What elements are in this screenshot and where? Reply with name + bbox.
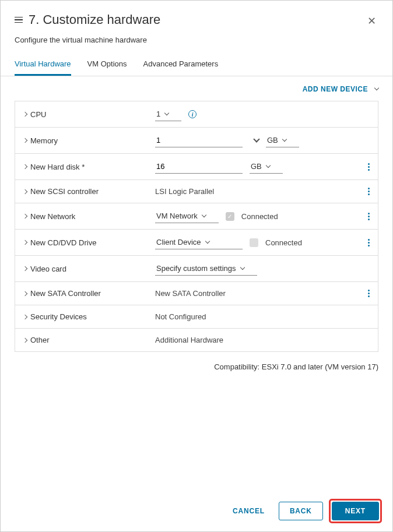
- expand-hard-disk[interactable]: New Hard disk *: [21, 163, 155, 171]
- back-button[interactable]: BACK: [279, 502, 323, 520]
- scsi-value: LSI Logic Parallel: [155, 187, 214, 196]
- chevron-down-icon: [202, 212, 206, 217]
- sata-actions-icon[interactable]: [368, 290, 372, 297]
- memory-unit-select[interactable]: GB: [266, 133, 299, 147]
- memory-input[interactable]: [155, 133, 243, 147]
- close-icon[interactable]: ✕: [365, 12, 378, 30]
- row-sata: New SATA Controller New SATA Controller: [15, 282, 378, 305]
- chevron-right-icon: [23, 240, 27, 245]
- scsi-actions-icon[interactable]: [368, 188, 372, 195]
- row-memory: Memory GB: [15, 128, 378, 154]
- row-network: New Network VM Network ✓ Connected: [15, 203, 378, 230]
- chevron-down-icon: [164, 110, 169, 115]
- row-other: Other Additional Hardware: [15, 329, 378, 352]
- chevron-down-icon: [240, 265, 244, 269]
- cddvd-select[interactable]: Client Device: [155, 235, 243, 249]
- chevron-right-icon: [23, 112, 27, 117]
- video-select[interactable]: Specify custom settings: [155, 262, 257, 276]
- chevron-down-icon: [282, 136, 287, 141]
- page-title: 7. Customize hardware: [29, 12, 160, 27]
- expand-memory[interactable]: Memory: [21, 136, 155, 145]
- hard-disk-actions-icon[interactable]: [368, 163, 372, 171]
- hardware-table: CPU 1 i Memory GB New Hard disk * GB New…: [15, 101, 378, 352]
- other-value: Additional Hardware: [155, 336, 223, 344]
- chevron-right-icon: [23, 337, 27, 342]
- network-actions-icon[interactable]: [368, 213, 372, 220]
- network-connected-label: Connected: [241, 212, 278, 221]
- cddvd-connected-checkbox[interactable]: [250, 238, 258, 247]
- row-hard-disk: New Hard disk * GB: [15, 154, 378, 180]
- menu-icon[interactable]: [15, 17, 23, 23]
- chevron-right-icon: [23, 189, 27, 193]
- next-button[interactable]: NEXT: [332, 502, 379, 520]
- footer: CANCEL BACK NEXT: [1, 491, 392, 531]
- chevron-right-icon: [23, 266, 27, 271]
- row-cpu: CPU 1 i: [15, 101, 378, 128]
- tabs: Virtual Hardware VM Options Advanced Par…: [1, 54, 392, 76]
- expand-cpu[interactable]: CPU: [21, 110, 155, 119]
- hard-disk-unit-select[interactable]: GB: [250, 160, 283, 174]
- tab-advanced-parameters[interactable]: Advanced Parameters: [143, 54, 219, 76]
- info-icon[interactable]: i: [188, 110, 196, 118]
- security-value: Not Configured: [155, 312, 206, 321]
- expand-other[interactable]: Other: [21, 336, 155, 344]
- chevron-down-icon[interactable]: [253, 136, 259, 142]
- expand-network[interactable]: New Network: [21, 212, 155, 221]
- cancel-button[interactable]: CANCEL: [224, 502, 273, 520]
- network-select[interactable]: VM Network: [155, 209, 219, 223]
- chevron-right-icon: [23, 291, 27, 295]
- expand-security[interactable]: Security Devices: [21, 312, 155, 321]
- tab-virtual-hardware[interactable]: Virtual Hardware: [15, 54, 71, 76]
- chevron-down-icon: [374, 86, 379, 90]
- expand-cddvd[interactable]: New CD/DVD Drive: [21, 238, 155, 247]
- expand-video[interactable]: Video card: [21, 265, 155, 273]
- chevron-down-icon: [266, 163, 271, 167]
- chevron-right-icon: [23, 164, 27, 169]
- tab-vm-options[interactable]: VM Options: [87, 54, 127, 76]
- hard-disk-input[interactable]: [155, 160, 243, 174]
- chevron-right-icon: [23, 214, 27, 219]
- row-scsi: New SCSI controller LSI Logic Parallel: [15, 180, 378, 203]
- row-security: Security Devices Not Configured: [15, 305, 378, 329]
- cddvd-actions-icon[interactable]: [368, 239, 372, 246]
- compatibility-text: Compatibility: ESXi 7.0 and later (VM ve…: [1, 352, 392, 382]
- add-new-device-label: ADD NEW DEVICE: [303, 85, 368, 93]
- chevron-right-icon: [23, 138, 27, 143]
- row-cddvd: New CD/DVD Drive Client Device Connected: [15, 230, 378, 256]
- cddvd-connected-label: Connected: [265, 238, 302, 247]
- next-highlight: NEXT: [329, 499, 382, 523]
- cpu-select[interactable]: 1: [155, 107, 181, 121]
- sata-value: New SATA Controller: [155, 289, 226, 298]
- row-video: Video card Specify custom settings: [15, 256, 378, 282]
- chevron-right-icon: [23, 314, 27, 319]
- page-subtitle: Configure the virtual machine hardware: [1, 36, 392, 54]
- add-new-device-button[interactable]: ADD NEW DEVICE: [303, 85, 378, 93]
- network-connected-checkbox[interactable]: ✓: [226, 212, 234, 221]
- expand-scsi[interactable]: New SCSI controller: [21, 187, 155, 196]
- expand-sata[interactable]: New SATA Controller: [21, 289, 155, 298]
- chevron-down-icon: [205, 238, 209, 243]
